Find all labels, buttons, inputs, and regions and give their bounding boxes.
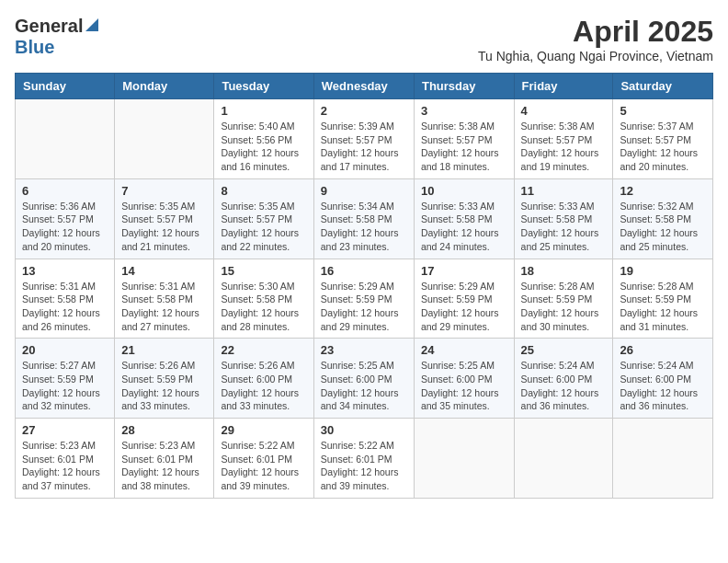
day-info: Sunrise: 5:28 AM Sunset: 5:59 PM Dayligh… [521, 280, 607, 334]
day-number: 27 [22, 423, 108, 437]
day-cell: 29Sunrise: 5:22 AM Sunset: 6:01 PM Dayli… [214, 419, 313, 499]
day-info: Sunrise: 5:29 AM Sunset: 5:59 PM Dayligh… [421, 280, 507, 334]
day-info: Sunrise: 5:31 AM Sunset: 5:58 PM Dayligh… [22, 280, 108, 334]
day-cell: 10Sunrise: 5:33 AM Sunset: 5:58 PM Dayli… [414, 178, 514, 259]
day-info: Sunrise: 5:34 AM Sunset: 5:58 PM Dayligh… [321, 200, 407, 254]
day-info: Sunrise: 5:26 AM Sunset: 6:00 PM Dayligh… [221, 359, 306, 413]
col-header-thursday: Thursday [414, 74, 514, 99]
day-number: 30 [321, 423, 407, 437]
day-cell: 20Sunrise: 5:27 AM Sunset: 5:59 PM Dayli… [16, 339, 115, 419]
calendar-body: 1Sunrise: 5:40 AM Sunset: 5:56 PM Daylig… [16, 99, 713, 499]
day-cell: 1Sunrise: 5:40 AM Sunset: 5:56 PM Daylig… [214, 99, 313, 179]
day-cell: 9Sunrise: 5:34 AM Sunset: 5:58 PM Daylig… [313, 178, 414, 259]
col-header-friday: Friday [514, 74, 613, 99]
logo-general: General [15, 16, 83, 37]
day-cell: 21Sunrise: 5:26 AM Sunset: 5:59 PM Dayli… [115, 339, 214, 419]
day-info: Sunrise: 5:35 AM Sunset: 5:57 PM Dayligh… [221, 200, 306, 254]
col-header-tuesday: Tuesday [214, 74, 313, 99]
day-number: 15 [221, 264, 306, 278]
day-number: 20 [22, 343, 108, 357]
day-cell: 16Sunrise: 5:29 AM Sunset: 5:59 PM Dayli… [313, 259, 414, 339]
col-header-saturday: Saturday [613, 74, 713, 99]
day-cell [414, 419, 514, 499]
day-cell [613, 419, 713, 499]
day-number: 12 [620, 184, 706, 198]
day-number: 17 [421, 264, 507, 278]
day-cell: 2Sunrise: 5:39 AM Sunset: 5:57 PM Daylig… [313, 99, 414, 179]
day-number: 7 [121, 184, 207, 198]
day-cell: 15Sunrise: 5:30 AM Sunset: 5:58 PM Dayli… [214, 259, 313, 339]
day-number: 2 [321, 104, 407, 118]
day-number: 10 [421, 184, 507, 198]
day-cell: 23Sunrise: 5:25 AM Sunset: 6:00 PM Dayli… [313, 339, 414, 419]
day-info: Sunrise: 5:26 AM Sunset: 5:59 PM Dayligh… [121, 359, 207, 413]
day-number: 23 [321, 343, 407, 357]
day-cell: 11Sunrise: 5:33 AM Sunset: 5:58 PM Dayli… [514, 178, 613, 259]
day-cell: 3Sunrise: 5:38 AM Sunset: 5:57 PM Daylig… [414, 99, 514, 179]
day-cell [16, 99, 115, 179]
day-number: 18 [521, 264, 607, 278]
week-row-2: 6Sunrise: 5:36 AM Sunset: 5:57 PM Daylig… [16, 178, 713, 259]
day-info: Sunrise: 5:24 AM Sunset: 6:00 PM Dayligh… [620, 359, 706, 413]
week-row-3: 13Sunrise: 5:31 AM Sunset: 5:58 PM Dayli… [16, 259, 713, 339]
day-cell: 4Sunrise: 5:38 AM Sunset: 5:57 PM Daylig… [514, 99, 613, 179]
day-info: Sunrise: 5:39 AM Sunset: 5:57 PM Dayligh… [321, 120, 407, 174]
day-cell [115, 99, 214, 179]
week-row-5: 27Sunrise: 5:23 AM Sunset: 6:01 PM Dayli… [16, 419, 713, 499]
logo-blue: Blue [15, 37, 54, 57]
day-cell: 28Sunrise: 5:23 AM Sunset: 6:01 PM Dayli… [115, 419, 214, 499]
logo: General Blue [15, 15, 98, 58]
day-number: 11 [521, 184, 607, 198]
day-number: 29 [221, 423, 306, 437]
col-header-monday: Monday [115, 74, 214, 99]
day-info: Sunrise: 5:33 AM Sunset: 5:58 PM Dayligh… [421, 200, 507, 254]
day-info: Sunrise: 5:33 AM Sunset: 5:58 PM Dayligh… [521, 200, 607, 254]
day-info: Sunrise: 5:23 AM Sunset: 6:01 PM Dayligh… [22, 439, 108, 493]
day-info: Sunrise: 5:38 AM Sunset: 5:57 PM Dayligh… [521, 120, 607, 174]
day-number: 22 [221, 343, 306, 357]
week-row-1: 1Sunrise: 5:40 AM Sunset: 5:56 PM Daylig… [16, 99, 713, 179]
day-info: Sunrise: 5:31 AM Sunset: 5:58 PM Dayligh… [121, 280, 207, 334]
day-number: 3 [421, 104, 507, 118]
day-number: 26 [620, 343, 706, 357]
subtitle: Tu Nghia, Quang Ngai Province, Vietnam [478, 49, 713, 63]
day-number: 4 [521, 104, 607, 118]
day-number: 25 [521, 343, 607, 357]
month-title: April 2025 [478, 15, 713, 49]
week-row-4: 20Sunrise: 5:27 AM Sunset: 5:59 PM Dayli… [16, 339, 713, 419]
day-cell: 5Sunrise: 5:37 AM Sunset: 5:57 PM Daylig… [613, 99, 713, 179]
svg-marker-0 [85, 18, 98, 31]
day-number: 8 [221, 184, 306, 198]
day-cell: 17Sunrise: 5:29 AM Sunset: 5:59 PM Dayli… [414, 259, 514, 339]
day-number: 19 [620, 264, 706, 278]
day-number: 21 [121, 343, 207, 357]
day-cell: 7Sunrise: 5:35 AM Sunset: 5:57 PM Daylig… [115, 178, 214, 259]
day-info: Sunrise: 5:24 AM Sunset: 6:00 PM Dayligh… [521, 359, 607, 413]
day-number: 1 [221, 104, 306, 118]
day-number: 16 [321, 264, 407, 278]
day-cell: 22Sunrise: 5:26 AM Sunset: 6:00 PM Dayli… [214, 339, 313, 419]
day-info: Sunrise: 5:36 AM Sunset: 5:57 PM Dayligh… [22, 200, 108, 254]
day-info: Sunrise: 5:25 AM Sunset: 6:00 PM Dayligh… [421, 359, 507, 413]
header: General Blue April 2025 Tu Nghia, Quang … [15, 15, 713, 63]
day-info: Sunrise: 5:40 AM Sunset: 5:56 PM Dayligh… [221, 120, 306, 174]
day-cell: 19Sunrise: 5:28 AM Sunset: 5:59 PM Dayli… [613, 259, 713, 339]
day-cell: 25Sunrise: 5:24 AM Sunset: 6:00 PM Dayli… [514, 339, 613, 419]
calendar-header-row: SundayMondayTuesdayWednesdayThursdayFrid… [16, 74, 713, 99]
day-info: Sunrise: 5:22 AM Sunset: 6:01 PM Dayligh… [221, 439, 306, 493]
day-info: Sunrise: 5:29 AM Sunset: 5:59 PM Dayligh… [321, 280, 407, 334]
day-info: Sunrise: 5:23 AM Sunset: 6:01 PM Dayligh… [121, 439, 207, 493]
day-info: Sunrise: 5:37 AM Sunset: 5:57 PM Dayligh… [620, 120, 706, 174]
day-info: Sunrise: 5:32 AM Sunset: 5:58 PM Dayligh… [620, 200, 706, 254]
day-number: 24 [421, 343, 507, 357]
day-info: Sunrise: 5:38 AM Sunset: 5:57 PM Dayligh… [421, 120, 507, 174]
day-info: Sunrise: 5:30 AM Sunset: 5:58 PM Dayligh… [221, 280, 306, 334]
col-header-sunday: Sunday [16, 74, 115, 99]
col-header-wednesday: Wednesday [313, 74, 414, 99]
day-number: 6 [22, 184, 108, 198]
day-number: 13 [22, 264, 108, 278]
day-cell: 14Sunrise: 5:31 AM Sunset: 5:58 PM Dayli… [115, 259, 214, 339]
day-number: 14 [121, 264, 207, 278]
day-info: Sunrise: 5:27 AM Sunset: 5:59 PM Dayligh… [22, 359, 108, 413]
day-cell: 27Sunrise: 5:23 AM Sunset: 6:01 PM Dayli… [16, 419, 115, 499]
